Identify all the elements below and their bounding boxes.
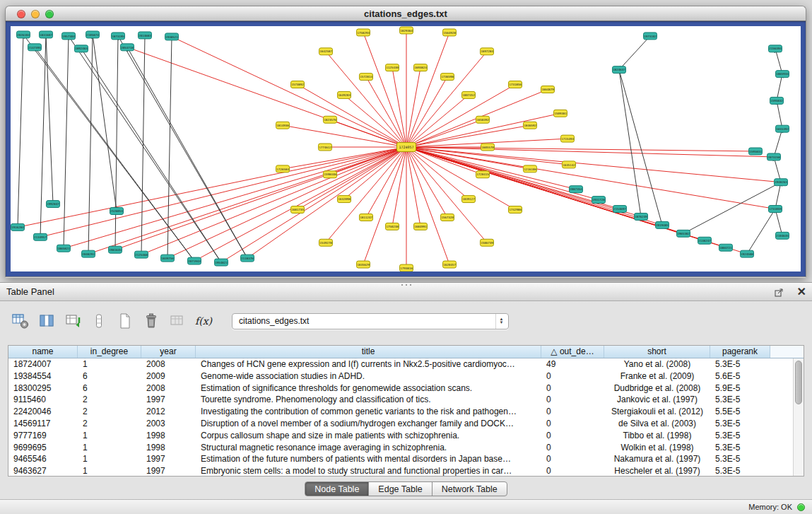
graph-node[interactable]: 2071943: [188, 257, 201, 264]
graph-node[interactable]: 2134957: [34, 233, 47, 240]
tab-network-table[interactable]: Network Table: [432, 481, 507, 496]
column-header-name[interactable]: name: [8, 346, 78, 358]
graph-node[interactable]: 1731059: [769, 206, 782, 213]
table-row[interactable]: 1830029562008Estimation of significance …: [8, 382, 793, 395]
graph-edge[interactable]: [747, 209, 775, 255]
graph-node[interactable]: 1938521: [165, 33, 179, 40]
table-row[interactable]: 946362711997Embryonic stem cells: a mode…: [8, 465, 793, 476]
graph-edge[interactable]: [406, 95, 469, 147]
graph-edge[interactable]: [118, 36, 247, 258]
graph-node[interactable]: 1731856: [509, 81, 522, 88]
graph-node[interactable]: 1811247: [360, 214, 373, 221]
graph-node[interactable]: 1632098: [338, 196, 351, 203]
graph-edge[interactable]: [88, 35, 93, 254]
graph-node[interactable]: 1948263: [775, 179, 788, 186]
graph-node[interactable]: 2154697: [613, 206, 627, 213]
table-row[interactable]: 911546021997Tourette syndrome. Phenomeno…: [8, 394, 793, 406]
graph-node[interactable]: 1839756: [161, 255, 175, 262]
graph-edge[interactable]: [774, 129, 782, 157]
graph-edge[interactable]: [619, 70, 641, 217]
merge-table-button[interactable]: [168, 312, 187, 330]
graph-edge[interactable]: [406, 33, 449, 147]
graph-node[interactable]: 1865821: [57, 245, 71, 252]
column-header-in-degree[interactable]: in_degree: [78, 346, 141, 358]
graph-edge[interactable]: [194, 147, 406, 261]
graph-node[interactable]: 1595831: [749, 148, 763, 155]
graph-edge[interactable]: [18, 147, 406, 227]
row-selection-button[interactable]: [90, 312, 108, 330]
import-table-button[interactable]: [64, 312, 82, 330]
graph-edge[interactable]: [64, 36, 69, 248]
graph-node[interactable]: 2048291: [82, 250, 95, 257]
new-column-button[interactable]: [116, 312, 134, 330]
graph-edge[interactable]: [344, 95, 406, 147]
graph-node[interactable]: 1965382: [677, 230, 690, 237]
graph-edge[interactable]: [406, 147, 755, 151]
column-header-year[interactable]: year: [141, 346, 196, 358]
table-row[interactable]: 2242004622012Investigating the contribut…: [8, 406, 793, 418]
graph-edge[interactable]: [777, 74, 782, 101]
graph-node[interactable]: 1774612: [319, 144, 332, 151]
table-row[interactable]: 1456911722003Disruption of a novel membe…: [8, 418, 793, 430]
graph-node[interactable]: 2125468: [135, 251, 148, 258]
table-row[interactable]: 946554611997Estimation of the future num…: [8, 453, 793, 465]
graph-node[interactable]: 1216106: [524, 165, 537, 173]
graph-edge[interactable]: [167, 37, 172, 258]
graph-node[interactable]: 1846592: [524, 122, 537, 129]
graph-node[interactable]: 1876249: [635, 213, 648, 220]
graph-edge[interactable]: [115, 36, 118, 250]
close-panel-icon[interactable]: ✕: [797, 286, 806, 298]
graph-node[interactable]: 1884721: [719, 244, 733, 251]
column-header-title[interactable]: title: [196, 346, 541, 358]
graph-node[interactable]: 1992847: [47, 201, 60, 208]
graph-edge[interactable]: [775, 182, 781, 209]
graph-edge[interactable]: [46, 35, 53, 204]
graph-node[interactable]: 2104635: [776, 232, 789, 239]
graph-edge[interactable]: [406, 147, 449, 264]
graph-node[interactable]: 1595832: [770, 97, 784, 104]
panel-drag-handle[interactable]: [400, 284, 413, 286]
graph-node[interactable]: 1586739: [481, 239, 494, 246]
graph-node[interactable]: 1509381: [554, 110, 567, 117]
graph-edge[interactable]: [363, 147, 406, 264]
graph-node[interactable]: 1642587: [319, 48, 333, 55]
table-row[interactable]: 1872400712008Changes of HCN gene express…: [8, 358, 793, 370]
graph-edge[interactable]: [777, 100, 782, 129]
graph-node[interactable]: 1973102: [644, 33, 657, 40]
graph-node[interactable]: 1954821: [215, 259, 228, 266]
table-row[interactable]: 1938455462009Genome-wide association stu…: [8, 370, 793, 382]
graph-edge[interactable]: [221, 147, 406, 262]
graph-edge[interactable]: [683, 182, 781, 234]
close-window-button[interactable]: [17, 10, 25, 18]
scrollbar-thumb[interactable]: [795, 361, 802, 404]
graph-edge[interactable]: [69, 36, 221, 262]
graph-node[interactable]: 2138247: [698, 237, 712, 244]
network-svg[interactable]: 1724057160557017284151839127156732016849…: [11, 26, 801, 271]
graph-node[interactable]: 1573892: [291, 81, 305, 88]
float-panel-icon[interactable]: [770, 283, 789, 301]
graph-node[interactable]: 1807452: [462, 91, 476, 98]
graph-node[interactable]: 1736598: [441, 74, 454, 81]
graph-node[interactable]: 2087354: [570, 186, 583, 193]
graph-edge[interactable]: [93, 35, 117, 211]
tab-edge-table[interactable]: Edge Table: [368, 481, 432, 496]
graph-node[interactable]: 1892463: [75, 45, 88, 52]
table-settings-button[interactable]: [11, 312, 30, 330]
graph-node[interactable]: 1835629: [357, 261, 370, 268]
column-header-pagerank[interactable]: pagerank: [710, 346, 770, 358]
graph-node[interactable]: 2026104: [17, 31, 30, 38]
graph-node[interactable]: 1823576: [324, 116, 337, 123]
network-canvas[interactable]: 1724057160557017284151839127156732016849…: [11, 26, 801, 271]
graph-node[interactable]: 1814936: [276, 122, 290, 129]
graph-node[interactable]: 2156394: [769, 45, 782, 52]
graph-node[interactable]: 1664879: [541, 86, 555, 93]
graph-edge[interactable]: [23, 35, 194, 261]
graph-hub-node[interactable]: 1724057: [397, 143, 416, 152]
graph-node[interactable]: 1924508: [741, 250, 754, 257]
graph-node[interactable]: 1728415: [476, 171, 490, 178]
table-row[interactable]: 977716911998Corpus callosum shape and si…: [8, 430, 793, 442]
graph-node[interactable]: 2019485: [656, 221, 669, 228]
graph-node[interactable]: 1715493: [561, 135, 575, 142]
graph-node[interactable]: 1931728: [592, 197, 606, 204]
graph-node[interactable]: 1564928: [443, 29, 457, 36]
